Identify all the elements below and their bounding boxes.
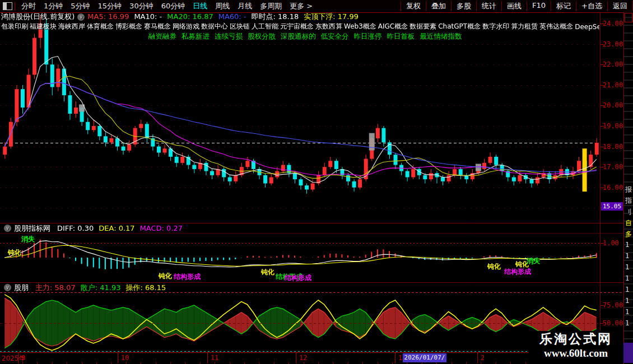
date-badge: 2026/01/07/三 <box>403 353 446 362</box>
flag-tag[interactable]: 融资融券 <box>148 32 176 41</box>
indicator-annotation: 钝化 <box>159 272 172 281</box>
flag-tag[interactable]: 连续亏损 <box>215 32 243 41</box>
right-strip-button[interactable] <box>625 13 632 22</box>
period-tab-多周期[interactable]: 多周期 <box>256 1 286 11</box>
concept-tag[interactable]: ChatGPT概念 <box>438 22 481 31</box>
toolbar-button-画线[interactable]: 画线 <box>501 1 527 11</box>
gupeng-panel-header: ∨ 股朋 主力: 58.07散户: 41.93操作: 68.15 <box>1 283 171 292</box>
field-MA20: MA20: 16.87 <box>167 12 213 21</box>
strip-digit: 1 <box>625 308 629 316</box>
toolbar-button-复权[interactable]: 复权 <box>401 1 426 11</box>
flag-tag[interactable]: 昨日涨停 <box>354 32 382 41</box>
concept-tag[interactable]: 数据中心 <box>201 22 228 31</box>
flag-tag[interactable]: 私募新进 <box>181 32 210 41</box>
toolbar-button-统计[interactable]: 统计 <box>476 1 501 11</box>
toolbar-button-叠加[interactable]: 叠加 <box>426 1 451 11</box>
concept-tag[interactable]: Web3概念 <box>344 22 376 31</box>
concept-tag[interactable]: 数据要素 <box>409 22 436 31</box>
concept-tag[interactable]: 体育概念 <box>87 22 114 31</box>
toolbar-button-多股[interactable]: 多股 <box>451 1 476 11</box>
toolbar-button-+自选[interactable]: +自选 <box>576 1 607 11</box>
price-marker-badge: 15.05 <box>601 202 623 211</box>
concept-tag[interactable]: 算力租赁 <box>511 22 538 31</box>
flag-tag[interactable]: 昨日首板 <box>387 32 415 41</box>
field-MA10: MA10: - <box>134 12 162 21</box>
month-tick-label: 12 <box>299 354 307 362</box>
month-tick-label: 10 <box>121 354 129 362</box>
period-tab-日线[interactable]: 日线 <box>189 1 211 11</box>
concept-tag[interactable]: 博彩概念 <box>115 22 142 31</box>
indicator-annotation: 消失 <box>527 256 540 266</box>
strip-char: 指 <box>625 196 632 206</box>
concept-tag[interactable]: 区块链 <box>230 22 250 31</box>
macd-axis-label: 1.00 <box>603 239 619 247</box>
indicator-annotation: 结构形成 <box>285 273 311 283</box>
toolbar-button-返回[interactable]: 返回 <box>607 1 633 11</box>
period-tab-5分钟[interactable]: 5分钟 <box>67 1 94 11</box>
period-tab-15分钟[interactable]: 15分钟 <box>94 1 126 11</box>
concept-tag[interactable]: 英伟达概念 <box>539 22 573 31</box>
field-value: 16.99 <box>108 12 129 21</box>
indicator-annotation: 钝化 <box>261 268 274 277</box>
concept-tag[interactable]: 人工智能 <box>252 22 278 31</box>
concept-tag[interactable]: 网络游戏 <box>173 22 199 31</box>
concept-tag[interactable]: 赛马概念 <box>144 22 171 31</box>
ma-readout: MA5: 16.99MA10: -MA20: 16.87MA60: -即时点: … <box>87 12 364 22</box>
strip-char: 刂 <box>625 207 632 217</box>
field-label: DIFF: <box>57 224 77 232</box>
field-value: 16.87 <box>192 12 213 21</box>
field-DIFF: DIFF: 0.30 <box>57 224 94 232</box>
chevron-down-icon[interactable]: ∨ <box>77 13 85 21</box>
collapse-macd-icon[interactable]: ∨ <box>4 225 11 232</box>
symbol-title: 鸿博股份(日线.前复权) <box>1 12 75 22</box>
period-tab-月线[interactable]: 月线 <box>234 1 256 11</box>
concept-tag[interactable]: 福建板块 <box>30 22 57 31</box>
flag-tag[interactable]: 低安全分 <box>321 32 349 41</box>
indicator-annotation: 钝化 <box>8 248 21 258</box>
field-操作: 操作: 68.15 <box>125 283 166 292</box>
chart-canvas[interactable] <box>0 0 633 364</box>
concept-tag[interactable]: 东数西算 <box>315 22 342 31</box>
strip-char: 多 <box>625 230 632 239</box>
concept-tag[interactable]: 海峡西岸 <box>58 22 85 31</box>
field-label: 操作: <box>125 283 145 292</box>
strip-digit: 1 <box>625 252 629 260</box>
price-tick-label: 16.00 <box>603 184 623 192</box>
field-MACD: MACD: 0.27 <box>140 224 183 232</box>
period-tab-60分钟[interactable]: 60分钟 <box>157 1 189 11</box>
field-value: 18.18 <box>278 12 299 21</box>
flag-tag[interactable]: 最近情绪指数 <box>420 32 462 41</box>
field-label: MA10: <box>134 12 159 21</box>
collapse-gupeng-icon[interactable]: ∨ <box>4 284 11 291</box>
field-value: 0.30 <box>77 224 94 232</box>
strip-digit: 1 <box>625 274 629 282</box>
period-tab-1分钟[interactable]: 1分钟 <box>40 1 67 11</box>
concept-tag[interactable]: 包装印刷 <box>1 22 28 31</box>
toolbar-button-标记[interactable]: 标记 <box>551 1 576 11</box>
strip-char: 自 <box>625 218 632 228</box>
field-MA5: MA5: 16.99 <box>87 12 129 21</box>
indicator-annotation: 钝化 <box>487 262 501 272</box>
concept-tag[interactable]: DeepSe <box>575 23 599 31</box>
strip-digit: 1 <box>625 286 629 293</box>
field-label: MA5: <box>87 12 108 21</box>
field-散户: 散户: 41.93 <box>81 283 121 292</box>
period-tab-30分钟[interactable]: 30分钟 <box>125 1 157 11</box>
field-value: 41.93 <box>100 283 120 292</box>
period-tab-更多 >[interactable]: 更多 > <box>286 1 316 11</box>
gupeng-tick-label: 75.00 <box>603 301 623 309</box>
concept-tag[interactable]: 元宇宙概念 <box>280 22 314 31</box>
flag-tag[interactable]: 股权分散 <box>248 32 276 41</box>
field-value: 0.17 <box>119 224 135 232</box>
toolbar-separator <box>15 2 15 11</box>
toolbar-button-F10[interactable]: F10 <box>527 1 551 11</box>
window-icon[interactable] <box>3 2 12 10</box>
flag-tag[interactable]: 深股通标的 <box>281 32 316 41</box>
concept-tag[interactable]: AIGC概念 <box>378 22 408 31</box>
strip-digit: 1 <box>625 297 629 305</box>
concept-tag[interactable]: 数字水印 <box>482 22 509 31</box>
watermark-site-name: 乐淘公式网 <box>529 331 623 347</box>
month-tick-label: 11 <box>211 354 218 362</box>
period-tab-分时[interactable]: 分时 <box>17 1 40 11</box>
period-tab-周线[interactable]: 周线 <box>211 1 234 11</box>
